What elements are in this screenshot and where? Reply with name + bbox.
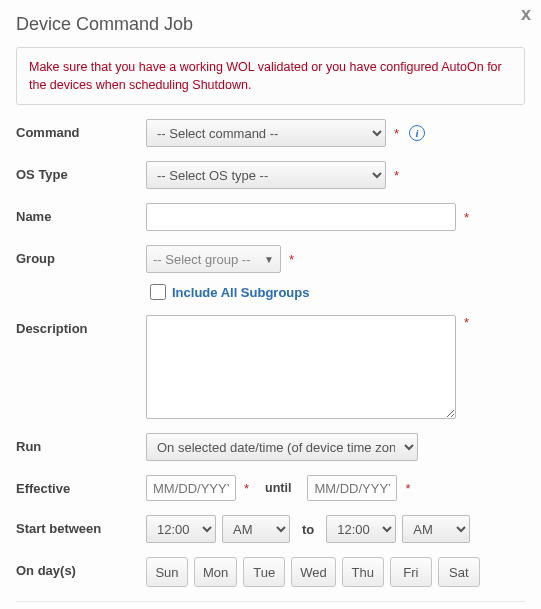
label-command: Command (16, 119, 146, 140)
start-ampm-2-select[interactable]: AM (402, 515, 470, 543)
label-start-between: Start between (16, 515, 146, 536)
required-marker: * (394, 168, 399, 183)
close-icon[interactable]: x (521, 4, 531, 25)
label-effective: Effective (16, 475, 146, 496)
group-select-placeholder: -- Select group -- (153, 252, 251, 267)
required-marker: * (464, 315, 469, 330)
row-group: Group -- Select group -- ▼ * (16, 245, 525, 273)
label-run: Run (16, 433, 146, 454)
group-select[interactable]: -- Select group -- ▼ (146, 245, 281, 273)
row-start-between: Start between 12:00 AM to 12:00 AM (16, 515, 525, 543)
day-button-tue[interactable]: Tue (243, 557, 285, 587)
start-time-2-select[interactable]: 12:00 (326, 515, 396, 543)
label-to: to (302, 522, 314, 537)
day-button-fri[interactable]: Fri (390, 557, 432, 587)
row-command: Command -- Select command -- * i (16, 119, 525, 147)
row-effective: Effective * until * (16, 475, 525, 501)
label-until: until (265, 481, 291, 495)
required-marker: * (394, 126, 399, 141)
command-select[interactable]: -- Select command -- (146, 119, 386, 147)
device-command-job-dialog: x Device Command Job Make sure that you … (0, 0, 541, 609)
required-marker: * (464, 210, 469, 225)
start-time-1-select[interactable]: 12:00 (146, 515, 216, 543)
row-include-subgroups: Include All Subgroups (146, 281, 525, 303)
day-button-sun[interactable]: Sun (146, 557, 188, 587)
row-run: Run On selected date/time (of device tim… (16, 433, 525, 461)
day-button-thu[interactable]: Thu (342, 557, 384, 587)
include-subgroups-label: Include All Subgroups (172, 285, 309, 300)
chevron-down-icon: ▼ (264, 254, 274, 265)
os-type-select[interactable]: -- Select OS type -- (146, 161, 386, 189)
required-marker: * (405, 481, 410, 496)
label-os-type: OS Type (16, 161, 146, 182)
description-textarea[interactable] (146, 315, 456, 419)
dialog-title: Device Command Job (16, 14, 525, 35)
form: Command -- Select command -- * i OS Type… (16, 119, 525, 609)
label-name: Name (16, 203, 146, 224)
day-button-mon[interactable]: Mon (194, 557, 237, 587)
label-group: Group (16, 245, 146, 266)
label-description: Description (16, 315, 146, 336)
row-description: Description * (16, 315, 525, 419)
info-icon[interactable]: i (409, 125, 425, 141)
warning-banner: Make sure that you have a working WOL va… (16, 47, 525, 105)
day-button-wed[interactable]: Wed (291, 557, 336, 587)
effective-from-input[interactable] (146, 475, 236, 501)
label-on-days: On day(s) (16, 557, 146, 578)
row-os-type: OS Type -- Select OS type -- * (16, 161, 525, 189)
row-on-days: On day(s) Sun Mon Tue Wed Thu Fri Sat (16, 557, 525, 587)
start-ampm-1-select[interactable]: AM (222, 515, 290, 543)
required-marker: * (244, 481, 249, 496)
name-input[interactable] (146, 203, 456, 231)
run-select[interactable]: On selected date/time (of device time zo… (146, 433, 418, 461)
day-button-sat[interactable]: Sat (438, 557, 480, 587)
required-marker: * (289, 252, 294, 267)
row-name: Name * (16, 203, 525, 231)
effective-until-input[interactable] (307, 475, 397, 501)
divider (16, 601, 525, 602)
include-subgroups-checkbox[interactable] (150, 284, 166, 300)
days-container: Sun Mon Tue Wed Thu Fri Sat (146, 557, 525, 587)
